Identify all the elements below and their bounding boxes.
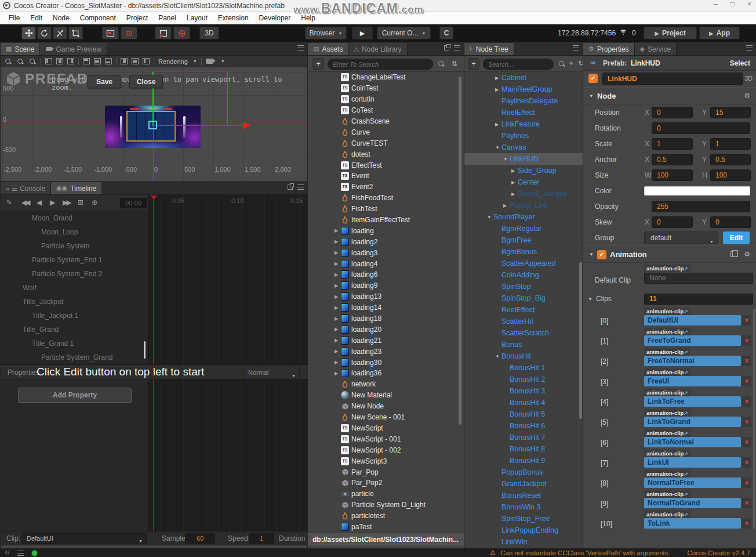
export-clip-icon[interactable]: ⊕: [92, 198, 97, 207]
popout-icon[interactable]: [444, 45, 449, 50]
tab-scene[interactable]: ▦Scene: [1, 43, 40, 55]
snap-corner-button[interactable]: [155, 27, 172, 39]
timeline-track[interactable]: Moon_Grand: [1, 211, 148, 225]
expand-arrow-icon[interactable]: ▶: [335, 327, 341, 332]
tree-node-bgmfree[interactable]: BgmFree: [464, 234, 583, 246]
clip-dropdown[interactable]: DefaultUI▼: [21, 533, 147, 544]
tab-console[interactable]: »Console: [1, 182, 51, 194]
collapse-icon[interactable]: ▼: [588, 296, 593, 302]
timeline-canvas[interactable]: 0:05 0:10 0:15: [148, 195, 308, 531]
asset-item[interactable]: New Material: [308, 390, 464, 401]
external-link-icon[interactable]: ↗: [684, 491, 688, 497]
external-link-icon[interactable]: ↗: [684, 390, 688, 396]
asset-item[interactable]: TSEvent: [308, 171, 464, 182]
asset-item[interactable]: ▶loading20: [308, 324, 464, 335]
expand-arrow-icon[interactable]: ▶: [335, 283, 341, 288]
clip-name-field[interactable]: ToLink: [644, 518, 741, 529]
minimize-button[interactable]: –: [714, 0, 718, 8]
tree-node-side-group[interactable]: ▶Side_Group: [464, 165, 583, 176]
asset-item[interactable]: CrashScene: [308, 116, 464, 127]
asset-item[interactable]: TSCoinTest: [308, 83, 464, 94]
menu-component[interactable]: Component: [75, 14, 121, 22]
assets-scrollbar[interactable]: [459, 77, 461, 425]
external-link-icon[interactable]: ↗: [684, 370, 688, 375]
size-w-field[interactable]: 100: [652, 169, 693, 181]
copy-component-icon[interactable]: [730, 251, 735, 257]
clip-name-field[interactable]: NormalToFree: [644, 478, 741, 488]
skew-y-field[interactable]: 0: [710, 216, 751, 228]
clip-name-field[interactable]: LinkUI: [644, 457, 741, 468]
delete-clip-button[interactable]: ×: [742, 315, 751, 325]
next-frame-icon[interactable]: ▶▶: [63, 198, 70, 207]
asset-item[interactable]: TSEvent2: [308, 182, 464, 193]
align-canvas-button[interactable]: [102, 27, 119, 39]
zoom-reset-icon[interactable]: [28, 57, 37, 65]
asset-item[interactable]: New Node: [308, 401, 464, 412]
tree-node-paylines[interactable]: Paylines: [464, 130, 583, 142]
clip-name-field[interactable]: LinkToNormal: [644, 437, 741, 447]
clip-name-field[interactable]: LinkToFree: [644, 396, 741, 407]
timeline-track[interactable]: Title_Grand: [1, 323, 148, 337]
clip-name-field[interactable]: DefaultUI: [644, 315, 741, 325]
platform-select[interactable]: Current O...▼: [377, 27, 431, 39]
asset-item[interactable]: TSEffectTest: [308, 160, 464, 171]
expand-arrow-icon[interactable]: ▶: [495, 87, 501, 92]
external-link-icon[interactable]: ↗: [684, 329, 688, 335]
asset-item[interactable]: TSNewScript: [308, 423, 464, 434]
asset-item[interactable]: TSCoTest: [308, 105, 464, 116]
align-left-icon[interactable]: [45, 58, 52, 64]
expand-arrow-icon[interactable]: ▶: [503, 203, 510, 208]
asset-item[interactable]: ▶loading: [308, 225, 464, 236]
asset-item[interactable]: Particle System D_Light: [308, 500, 464, 511]
tree-node-coinadding[interactable]: CoinAdding: [464, 269, 583, 281]
tree-node-scatterhit[interactable]: ScatterHit: [464, 316, 583, 327]
gear-icon[interactable]: ⚙: [744, 250, 750, 258]
timeline-track[interactable]: Title_Grand 1: [1, 337, 148, 350]
anchor-handle[interactable]: [148, 121, 157, 129]
asset-item[interactable]: ▶loading6: [308, 269, 464, 280]
prev-frame-icon[interactable]: ◀: [37, 198, 42, 207]
panel-menu-icon[interactable]: [746, 45, 753, 50]
node-section-header[interactable]: ▼ Node ⚙: [583, 87, 756, 104]
close-button[interactable]: ×: [747, 0, 751, 8]
asset-item[interactable]: ItemGainEffectTest: [308, 215, 464, 226]
delete-clip-button[interactable]: ×: [742, 335, 751, 346]
tree-node-spinstop[interactable]: SpinStop: [464, 281, 583, 292]
menu-node[interactable]: Node: [48, 14, 75, 22]
tab-timeline[interactable]: ◉◉Timeline: [51, 182, 102, 194]
rect-tool-button[interactable]: [68, 27, 83, 39]
tab-node-library[interactable]: △Node Library: [348, 43, 407, 55]
align-node-button[interactable]: [121, 27, 137, 39]
group-edit-button[interactable]: Edit: [723, 232, 750, 244]
clip-name-field[interactable]: FreeUI: [644, 376, 741, 386]
zoom-out-icon[interactable]: [16, 57, 24, 65]
add-asset-button[interactable]: +: [312, 58, 324, 70]
tree-node-bgmregular[interactable]: BgmRegular: [464, 223, 583, 234]
expand-arrow-icon[interactable]: ▶: [335, 349, 341, 354]
asset-item[interactable]: ▶loading21: [308, 335, 464, 346]
scene-viewport[interactable]: 5000-500 -2,500-2,000-1,500-1,000-500050…: [1, 67, 308, 181]
track-scrollbar[interactable]: [144, 341, 146, 359]
anchor-x-field[interactable]: 0.5: [652, 154, 693, 165]
app-button[interactable]: ▶App: [699, 27, 740, 39]
scale-tool-button[interactable]: [53, 27, 67, 39]
opacity-field[interactable]: 255: [652, 201, 750, 212]
asset-item[interactable]: particle: [308, 489, 464, 500]
animation-section-header[interactable]: ▼ ✔ Animation ⚙: [583, 245, 756, 263]
collapse-icon[interactable]: ▼: [589, 252, 594, 257]
delete-clip-button[interactable]: ×: [742, 356, 751, 366]
rotation-field[interactable]: 0: [652, 122, 750, 134]
properties-scrollbar[interactable]: [753, 309, 755, 529]
search-icon[interactable]: [558, 60, 565, 67]
scale-x-field[interactable]: 1: [652, 138, 693, 150]
menu-file[interactable]: File: [3, 14, 25, 22]
clip-name-field[interactable]: FreeToGrand: [644, 335, 741, 346]
position-y-field[interactable]: 15: [710, 107, 751, 118]
tree-node-soundplayer[interactable]: ▼SoundPlayer: [464, 211, 583, 223]
distribute-h-icon[interactable]: [121, 58, 128, 64]
move-tool-button[interactable]: [21, 27, 36, 39]
blend-mode-dropdown[interactable]: Normal▼: [243, 367, 300, 378]
search-icon[interactable]: [438, 60, 445, 67]
delete-clip-button[interactable]: ×: [742, 437, 751, 447]
size-h-field[interactable]: 100: [710, 169, 751, 181]
